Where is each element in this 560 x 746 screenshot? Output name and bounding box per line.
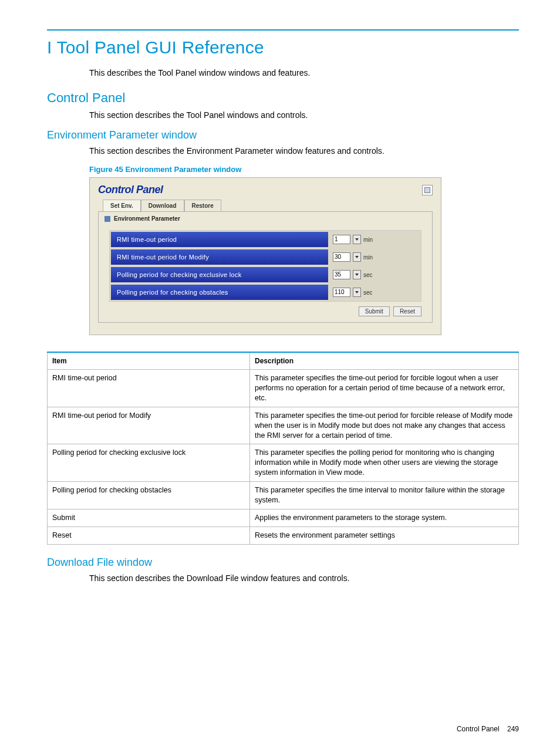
subsection-env-param-intro: This section describes the Environment P… xyxy=(89,146,519,156)
description-table: Item Description RMI time-out period Thi… xyxy=(47,352,519,545)
subsection-download-file-intro: This section describes the Download File… xyxy=(89,573,519,583)
submit-button[interactable]: Submit xyxy=(359,306,390,316)
unit-label: sec xyxy=(363,289,373,296)
rmi-timeout-modify-value[interactable]: 30 xyxy=(333,252,350,262)
th-description: Description xyxy=(250,352,519,370)
table-row: Submit Applies the environment parameter… xyxy=(48,509,519,526)
tab-restore[interactable]: Restore xyxy=(184,200,221,211)
cell-item: RMI time-out period xyxy=(48,370,250,407)
table-row: RMI time-out period This parameter speci… xyxy=(48,370,519,407)
env-param-header: Environment Parameter xyxy=(99,212,432,227)
cell-desc: This parameter specifies the time-out pe… xyxy=(250,370,519,407)
appendix-heading: I Tool Panel GUI Reference xyxy=(47,38,519,58)
param-row-rmi-timeout: RMI time-out period 1 min xyxy=(110,231,421,248)
table-row: RMI time-out period for Modify This para… xyxy=(48,407,519,444)
section-control-panel: Control Panel xyxy=(47,90,519,106)
tab-bar: Set Env. Download Restore xyxy=(90,200,441,211)
footer-page-number: 249 xyxy=(507,725,519,733)
cell-item: Reset xyxy=(48,526,250,544)
th-item: Item xyxy=(48,352,250,370)
dropdown-icon[interactable] xyxy=(353,270,361,279)
param-label: RMI time-out period xyxy=(111,232,328,247)
cell-item: RMI time-out period for Modify xyxy=(48,407,250,444)
cell-item: Polling period for checking exclusive lo… xyxy=(48,444,250,482)
cell-item: Submit xyxy=(48,509,250,526)
param-grid: RMI time-out period 1 min RMI time-out p… xyxy=(109,230,421,302)
table-row: Reset Resets the environment parameter s… xyxy=(48,526,519,544)
tab-set-env[interactable]: Set Env. xyxy=(103,200,141,211)
page-footer: Control Panel 249 xyxy=(457,725,519,733)
dropdown-icon[interactable] xyxy=(353,235,361,244)
rmi-timeout-value[interactable]: 1 xyxy=(333,235,350,244)
unit-label: sec xyxy=(363,272,373,278)
subsection-download-file: Download File window xyxy=(47,556,519,569)
cell-desc: Resets the environment parameter setting… xyxy=(250,526,519,544)
cell-item: Polling period for checking obstacles xyxy=(48,482,250,509)
tab-body: Environment Parameter RMI time-out perio… xyxy=(98,211,433,323)
param-label: Polling period for checking obstacles xyxy=(111,285,328,300)
table-row: Polling period for checking exclusive lo… xyxy=(48,444,519,482)
cell-desc: This parameter specifies the time-out pe… xyxy=(250,407,519,444)
table-row: Polling period for checking obstacles Th… xyxy=(48,482,519,509)
env-param-header-label: Environment Parameter xyxy=(114,215,180,222)
footer-section: Control Panel xyxy=(457,725,500,733)
figure-caption: Figure 45 Environment Parameter window xyxy=(89,165,519,174)
subsection-env-param: Environment Parameter window xyxy=(47,129,519,141)
control-panel-window: Control Panel Set Env. Download Restore … xyxy=(89,177,441,335)
reset-button[interactable]: Reset xyxy=(393,306,421,316)
cell-desc: Applies the environment parameters to th… xyxy=(250,509,519,526)
polling-lock-value[interactable]: 35 xyxy=(333,270,350,279)
param-label: Polling period for checking exclusive lo… xyxy=(111,267,328,282)
dropdown-icon[interactable] xyxy=(353,252,361,262)
param-row-polling-lock: Polling period for checking exclusive lo… xyxy=(110,266,421,283)
polling-obstacles-value[interactable]: 110 xyxy=(333,288,350,297)
param-label: RMI time-out period for Modify xyxy=(111,249,328,265)
panel-title: Control Panel xyxy=(98,184,163,196)
param-row-rmi-timeout-modify: RMI time-out period for Modify 30 min xyxy=(110,248,421,266)
section-control-panel-intro: This section describes the Tool Panel wi… xyxy=(89,110,519,120)
cell-desc: This parameter specifies the time interv… xyxy=(250,482,519,509)
unit-label: min xyxy=(363,237,373,243)
square-icon xyxy=(104,216,110,222)
unit-label: min xyxy=(363,254,373,261)
top-rule xyxy=(47,29,519,31)
tab-download[interactable]: Download xyxy=(141,200,184,211)
window-icon[interactable] xyxy=(422,185,433,195)
dropdown-icon[interactable] xyxy=(353,288,361,297)
appendix-intro: This describes the Tool Panel window win… xyxy=(89,68,519,77)
cell-desc: This parameter specifies the polling per… xyxy=(250,444,519,482)
param-row-polling-obstacles: Polling period for checking obstacles 11… xyxy=(110,283,421,301)
